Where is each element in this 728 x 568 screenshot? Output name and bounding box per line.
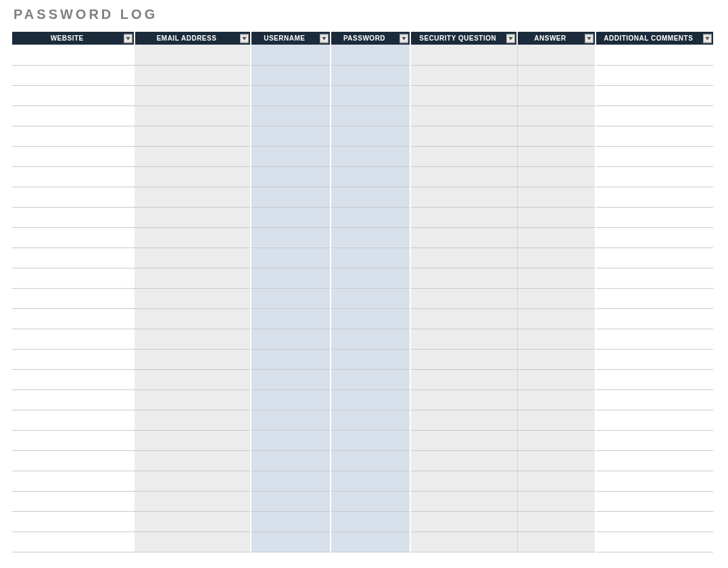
cell-email[interactable] [135, 329, 250, 349]
cell-answer[interactable] [517, 146, 595, 166]
cell-email[interactable] [135, 126, 250, 146]
cell-comments[interactable] [596, 491, 713, 511]
cell-website[interactable] [12, 389, 135, 410]
cell-password[interactable] [331, 166, 410, 187]
cell-website[interactable] [12, 349, 135, 369]
cell-website[interactable] [12, 85, 135, 105]
cell-password[interactable] [331, 207, 410, 227]
cell-password[interactable] [331, 430, 410, 450]
cell-password[interactable] [331, 85, 410, 105]
cell-comments[interactable] [596, 389, 713, 410]
cell-email[interactable] [135, 166, 250, 187]
cell-comments[interactable] [596, 450, 713, 471]
cell-email[interactable] [135, 308, 250, 329]
cell-website[interactable] [12, 410, 135, 430]
cell-security[interactable] [410, 227, 517, 247]
cell-username[interactable] [251, 349, 331, 369]
cell-website[interactable] [12, 491, 135, 511]
cell-username[interactable] [251, 329, 331, 349]
cell-username[interactable] [251, 511, 331, 531]
cell-username[interactable] [251, 166, 331, 187]
cell-security[interactable] [410, 45, 517, 65]
cell-username[interactable] [251, 288, 331, 308]
cell-security[interactable] [410, 308, 517, 329]
cell-website[interactable] [12, 126, 135, 146]
cell-password[interactable] [331, 471, 410, 491]
cell-comments[interactable] [596, 85, 713, 105]
cell-email[interactable] [135, 45, 250, 65]
cell-username[interactable] [251, 105, 331, 126]
cell-security[interactable] [410, 389, 517, 410]
cell-website[interactable] [12, 247, 135, 268]
cell-email[interactable] [135, 187, 250, 207]
cell-password[interactable] [331, 531, 410, 552]
cell-answer[interactable] [517, 389, 595, 410]
cell-username[interactable] [251, 430, 331, 450]
cell-username[interactable] [251, 187, 331, 207]
cell-answer[interactable] [517, 105, 595, 126]
cell-password[interactable] [331, 247, 410, 268]
cell-comments[interactable] [596, 207, 713, 227]
cell-comments[interactable] [596, 369, 713, 389]
cell-comments[interactable] [596, 329, 713, 349]
cell-website[interactable] [12, 329, 135, 349]
cell-comments[interactable] [596, 126, 713, 146]
filter-button-website[interactable] [124, 34, 132, 43]
cell-username[interactable] [251, 369, 331, 389]
cell-website[interactable] [12, 268, 135, 288]
cell-answer[interactable] [517, 450, 595, 471]
filter-button-security[interactable] [506, 34, 515, 43]
cell-security[interactable] [410, 531, 517, 552]
cell-website[interactable] [12, 45, 135, 65]
cell-username[interactable] [251, 65, 331, 85]
cell-email[interactable] [135, 247, 250, 268]
cell-website[interactable] [12, 288, 135, 308]
cell-answer[interactable] [517, 288, 595, 308]
cell-website[interactable] [12, 146, 135, 166]
cell-email[interactable] [135, 430, 250, 450]
cell-comments[interactable] [596, 247, 713, 268]
cell-password[interactable] [331, 450, 410, 471]
column-header-username[interactable]: USERNAME [251, 32, 331, 45]
cell-password[interactable] [331, 45, 410, 65]
cell-email[interactable] [135, 410, 250, 430]
cell-security[interactable] [410, 146, 517, 166]
cell-comments[interactable] [596, 531, 713, 552]
cell-username[interactable] [251, 207, 331, 227]
cell-website[interactable] [12, 450, 135, 471]
cell-answer[interactable] [517, 166, 595, 187]
cell-password[interactable] [331, 369, 410, 389]
cell-password[interactable] [331, 349, 410, 369]
cell-username[interactable] [251, 247, 331, 268]
cell-answer[interactable] [517, 187, 595, 207]
cell-username[interactable] [251, 450, 331, 471]
cell-password[interactable] [331, 491, 410, 511]
cell-comments[interactable] [596, 430, 713, 450]
cell-security[interactable] [410, 329, 517, 349]
cell-website[interactable] [12, 308, 135, 329]
cell-comments[interactable] [596, 146, 713, 166]
cell-security[interactable] [410, 268, 517, 288]
cell-username[interactable] [251, 389, 331, 410]
cell-email[interactable] [135, 369, 250, 389]
cell-website[interactable] [12, 207, 135, 227]
cell-security[interactable] [410, 471, 517, 491]
cell-answer[interactable] [517, 349, 595, 369]
column-header-answer[interactable]: ANSWER [517, 32, 595, 45]
cell-password[interactable] [331, 389, 410, 410]
cell-password[interactable] [331, 329, 410, 349]
cell-answer[interactable] [517, 531, 595, 552]
cell-email[interactable] [135, 85, 250, 105]
cell-website[interactable] [12, 227, 135, 247]
cell-email[interactable] [135, 65, 250, 85]
cell-email[interactable] [135, 450, 250, 471]
cell-username[interactable] [251, 531, 331, 552]
cell-password[interactable] [331, 227, 410, 247]
cell-website[interactable] [12, 511, 135, 531]
cell-username[interactable] [251, 126, 331, 146]
cell-email[interactable] [135, 268, 250, 288]
cell-email[interactable] [135, 491, 250, 511]
cell-comments[interactable] [596, 187, 713, 207]
cell-security[interactable] [410, 491, 517, 511]
filter-button-password[interactable] [399, 34, 408, 43]
